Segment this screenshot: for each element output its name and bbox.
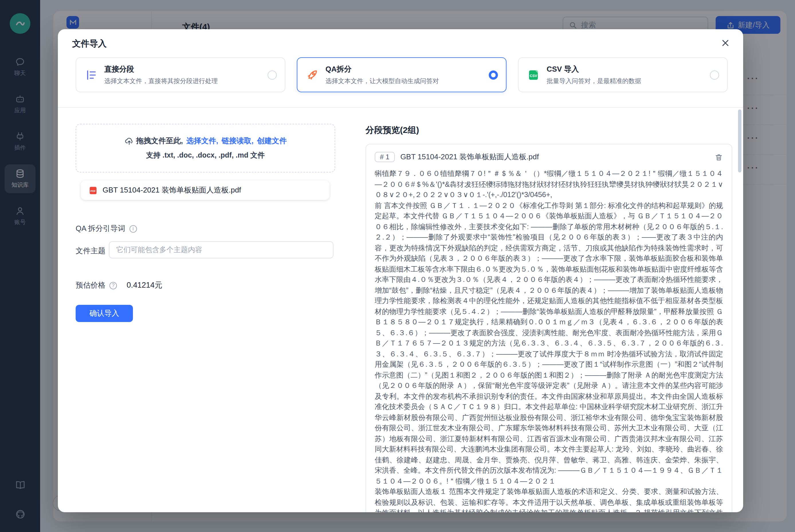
dropzone-prefix: 拖拽文件至此,	[136, 136, 183, 146]
mode-card-text: 直接分段 选择文本文件，直接将其按分段进行处理	[104, 64, 261, 86]
chunk-content: 犐犆犛７９．０６０犆犆犛犅７０!＂＃＄％＆＇（）*犌犅／犜１５１０４—２０２１!…	[375, 168, 723, 512]
svg-text:PDF: PDF	[91, 189, 96, 192]
mode-card-direct-chunk[interactable]: 直接分段 选择文本文件，直接将其按分段进行处理	[76, 57, 285, 92]
delete-chunk-icon[interactable]	[715, 153, 723, 161]
csv-file-icon: CSV	[527, 68, 540, 82]
mode-card-desc: 选择文本文件，让大模型自动生成问答对	[325, 77, 482, 86]
topic-label: 文件主题	[76, 246, 106, 256]
mode-card-title: 直接分段	[104, 64, 261, 75]
close-icon	[720, 38, 731, 48]
link-read-link[interactable]: 链接读取,	[222, 136, 253, 146]
confirm-import-button[interactable]: 确认导入	[76, 305, 133, 322]
radio-unselected[interactable]	[710, 70, 719, 79]
preview-chunk-card: # 1 GBT 15104-2021 装饰单板贴面人造板.pdf 犐犆犛７９．０…	[365, 144, 732, 512]
upload-cloud-icon	[124, 136, 134, 146]
mode-card-qa-split[interactable]: QA拆分 选择文本文件，让大模型自动生成问答对	[297, 57, 507, 92]
radio-selected[interactable]	[489, 70, 498, 79]
radio-unselected[interactable]	[268, 70, 277, 79]
dropzone-line1: 拖拽文件至此, 选择文件, 链接读取, 创建文件	[124, 136, 287, 146]
chunk-header: # 1 GBT 15104-2021 装饰单板贴面人造板.pdf	[375, 152, 723, 162]
import-mode-cards: 直接分段 选择文本文件，直接将其按分段进行处理 QA拆分 选择文本文件，让大模型…	[76, 57, 728, 92]
chunk-index-badge: # 1	[375, 152, 395, 162]
topic-input[interactable]	[109, 241, 334, 259]
modal-divider	[58, 107, 743, 108]
mode-card-desc: 选择文本文件，直接将其按分段进行处理	[104, 77, 261, 86]
close-button[interactable]	[720, 38, 731, 48]
modal-scrollbar-thumb[interactable]	[738, 110, 741, 172]
mode-card-desc: 批量导入问答对，是最精准的数据	[547, 77, 704, 86]
help-icon[interactable]: ?	[110, 282, 117, 289]
preview-title: 分段预览(2组)	[365, 125, 419, 136]
pdf-file-icon: PDF	[88, 185, 98, 195]
mode-card-csv-import[interactable]: CSV CSV 导入 批量导入问答对，是最精准的数据	[518, 57, 728, 92]
uploaded-file-item[interactable]: PDF GBT 15104-2021 装饰单板贴面人造板.pdf	[81, 180, 329, 200]
uploaded-file-name: GBT 15104-2021 装饰单板贴面人造板.pdf	[102, 185, 241, 195]
modal-title: 文件导入	[72, 38, 107, 49]
screen: 聊天 应用 插件 知识库 账号	[0, 0, 795, 532]
info-icon[interactable]: i	[129, 225, 137, 232]
create-file-link[interactable]: 创建文件	[257, 136, 287, 146]
rocket-icon	[305, 68, 319, 82]
svg-text:CSV: CSV	[530, 74, 537, 78]
mode-card-title: CSV 导入	[547, 64, 704, 75]
mode-card-title: QA拆分	[325, 64, 482, 75]
chunk-filename: GBT 15104-2021 装饰单板贴面人造板.pdf	[400, 152, 709, 162]
mode-card-text: CSV 导入 批量导入问答对，是最精准的数据	[547, 64, 704, 86]
dropzone-support-text: 支持 .txt, .doc, .docx, .pdf, .md 文件	[146, 151, 265, 160]
file-dropzone[interactable]: 拖拽文件至此, 选择文件, 链接读取, 创建文件 支持 .txt, .doc, …	[76, 124, 335, 172]
qa-prompt-label: QA 拆分引导词	[76, 224, 125, 234]
segment-icon	[84, 68, 98, 82]
qa-prompt-row: QA 拆分引导词 i	[76, 224, 137, 234]
mode-card-text: QA拆分 选择文本文件，让大模型自动生成问答对	[325, 64, 482, 86]
price-value: 0.41214元	[127, 280, 163, 290]
price-row: 预估价格 ? 0.41214元	[76, 280, 163, 290]
file-import-modal: 文件导入 直接分段 选择文本文件，直接将其按分段进行处理	[58, 29, 743, 512]
price-label: 预估价格	[76, 280, 106, 290]
select-file-link[interactable]: 选择文件,	[186, 136, 218, 146]
